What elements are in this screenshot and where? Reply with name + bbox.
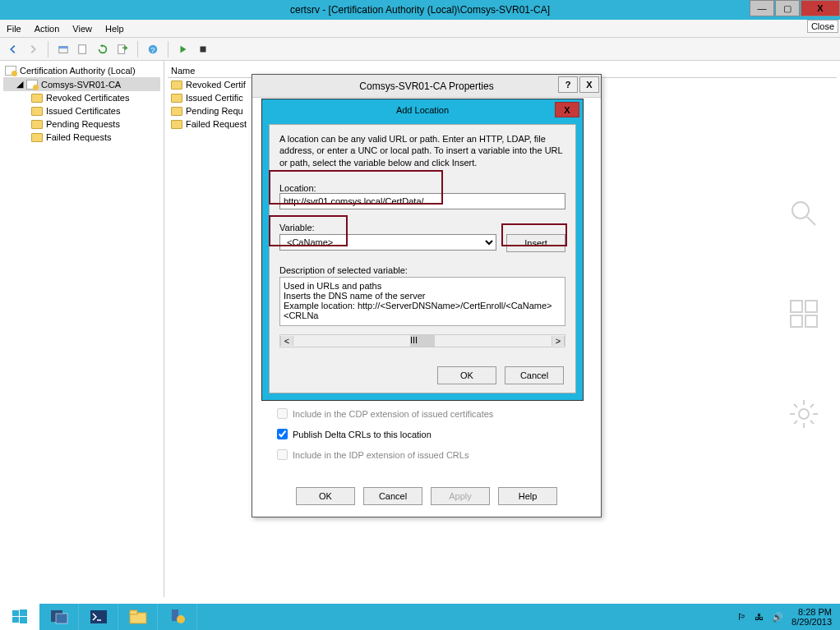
svg-rect-14	[12, 610, 19, 616]
add-location-titlebar[interactable]: Add Location X	[262, 99, 583, 121]
add-location-close-button[interactable]: X	[555, 102, 579, 117]
folder-icon	[171, 107, 182, 116]
svg-rect-10	[805, 301, 817, 312]
properties-help-button2[interactable]: Help	[498, 487, 557, 505]
scroll-right[interactable]: >	[552, 336, 565, 346]
toolbar-sep2	[137, 41, 138, 57]
tree-node-revoked[interactable]: Revoked Certificates	[3, 91, 160, 104]
checkbox-idp-input	[277, 449, 288, 460]
search-charm-icon[interactable]	[787, 197, 820, 232]
folder-icon	[171, 94, 182, 103]
settings-charm-icon[interactable]	[787, 398, 820, 432]
tree-node-issued[interactable]: Issued Certificates	[3, 104, 160, 117]
tray-sound-icon[interactable]: 🔊	[772, 612, 783, 623]
close-tooltip: Close	[807, 20, 838, 33]
taskbar[interactable]: 🏳 🖧 🔊 8:28 PM 8/29/2013	[0, 604, 840, 630]
add-location-ok-button[interactable]: OK	[437, 366, 496, 384]
charms-bar	[779, 197, 828, 432]
refresh-button[interactable]	[95, 41, 111, 57]
taskbar-server-manager[interactable]	[39, 604, 79, 630]
checkbox-delta-input[interactable]	[277, 429, 288, 439]
scroll-thumb[interactable]: III	[410, 335, 435, 347]
properties-title: Comsys-SVR01-CA Properties	[359, 80, 493, 92]
menu-action[interactable]: Action	[35, 24, 60, 34]
insert-button[interactable]: Insert	[506, 234, 565, 252]
tray-clock[interactable]: 8:28 PM 8/29/2013	[792, 607, 832, 627]
svg-point-13	[799, 409, 809, 419]
properties-help-button[interactable]: ?	[558, 76, 578, 93]
start-charm-icon[interactable]	[787, 297, 820, 332]
taskbar-powershell[interactable]	[79, 604, 118, 630]
clock-time: 8:28 PM	[792, 607, 832, 617]
tray-network-icon[interactable]: 🖧	[755, 612, 764, 622]
window-buttons: — ▢ X	[749, 0, 840, 16]
variable-select[interactable]: <CaName>	[279, 234, 496, 251]
tray-flag-icon[interactable]: 🏳	[737, 612, 746, 622]
tree-node-label: Issued Certificates	[46, 106, 120, 116]
svg-rect-11	[791, 315, 802, 327]
menu-file[interactable]: File	[7, 24, 21, 34]
add-location-dialog: Add Location X A location can be any val…	[261, 99, 584, 401]
window-title: certsrv - [Certification Authority (Loca…	[290, 4, 550, 16]
list-item-label: Failed Request	[186, 119, 247, 129]
svg-rect-22	[130, 610, 137, 614]
folder-icon	[31, 94, 43, 103]
tree-ca[interactable]: ◢ Comsys-SVR01-CA	[3, 77, 160, 91]
back-button[interactable]	[5, 41, 21, 57]
properties-ok-button[interactable]: OK	[296, 487, 355, 505]
tree-pane: Certification Authority (Local) ◢ Comsys…	[0, 61, 164, 597]
svg-point-24	[177, 615, 185, 623]
description-box: Used in URLs and paths Inserts the DNS n…	[279, 277, 565, 326]
system-tray: 🏳 🖧 🔊 8:28 PM 8/29/2013	[737, 607, 840, 627]
minimize-button[interactable]: —	[750, 0, 774, 16]
taskbar-certsrv[interactable]	[158, 604, 197, 630]
svg-rect-19	[56, 614, 67, 623]
menu-view[interactable]: View	[72, 24, 92, 34]
properties-close-button[interactable]: X	[579, 76, 599, 93]
properties-buttons: OK Cancel Apply Help	[252, 487, 601, 505]
location-input[interactable]	[279, 193, 565, 209]
desc-line3: Example location: http://<ServerDNSName>…	[284, 301, 561, 320]
toolbar-sep	[48, 41, 48, 57]
svg-rect-1	[59, 46, 68, 48]
list-item-label: Revoked Certif	[186, 80, 246, 90]
tree-root-label: Certification Authority (Local)	[20, 66, 136, 76]
folder-icon	[171, 80, 182, 90]
desc-line2: Inserts the DNS name of the server	[284, 291, 561, 301]
description-label: Description of selected variable:	[279, 265, 565, 275]
menu-help[interactable]: Help	[105, 24, 124, 34]
folder-icon	[31, 120, 43, 129]
checkbox-idp[interactable]: Include in the IDP extension of issued C…	[277, 444, 584, 465]
svg-rect-16	[12, 617, 19, 623]
add-location-cancel-button[interactable]: Cancel	[505, 366, 564, 384]
checkbox-idp-label: Include in the IDP extension of issued C…	[293, 450, 468, 460]
svg-point-7	[792, 202, 809, 218]
up-button[interactable]	[55, 41, 72, 57]
description-scrollbar[interactable]: < III >	[279, 334, 565, 347]
export-button[interactable]	[114, 41, 131, 57]
run-button[interactable]	[175, 41, 192, 57]
svg-rect-12	[805, 315, 817, 327]
properties-button[interactable]	[75, 41, 91, 57]
tree-node-pending[interactable]: Pending Requests	[3, 117, 160, 131]
list-item-label: Issued Certific	[186, 93, 243, 103]
cert-auth-icon	[5, 66, 16, 76]
checkbox-cdp-label: Include in the CDP extension of issued c…	[293, 409, 493, 419]
properties-cancel-button[interactable]: Cancel	[363, 487, 422, 505]
forward-button[interactable]	[25, 41, 41, 57]
start-button[interactable]	[0, 604, 39, 630]
menu-bar: File Action View Help	[0, 20, 840, 38]
toolbar-sep3	[168, 41, 168, 57]
svg-line-8	[807, 217, 815, 225]
tree-node-failed[interactable]: Failed Requests	[3, 131, 160, 144]
taskbar-explorer[interactable]	[118, 604, 158, 630]
maximize-button[interactable]: ▢	[775, 0, 800, 16]
help-button[interactable]: ?	[145, 41, 161, 57]
checkbox-cdp[interactable]: Include in the CDP extension of issued c…	[277, 403, 584, 424]
tree-root[interactable]: Certification Authority (Local)	[3, 64, 160, 77]
checkbox-delta[interactable]: Publish Delta CRLs to this location	[277, 424, 584, 444]
scroll-left[interactable]: <	[280, 336, 293, 346]
close-button[interactable]: X	[801, 0, 840, 16]
window-titlebar: certsrv - [Certification Authority (Loca…	[0, 0, 840, 20]
stop-button[interactable]	[195, 41, 211, 57]
